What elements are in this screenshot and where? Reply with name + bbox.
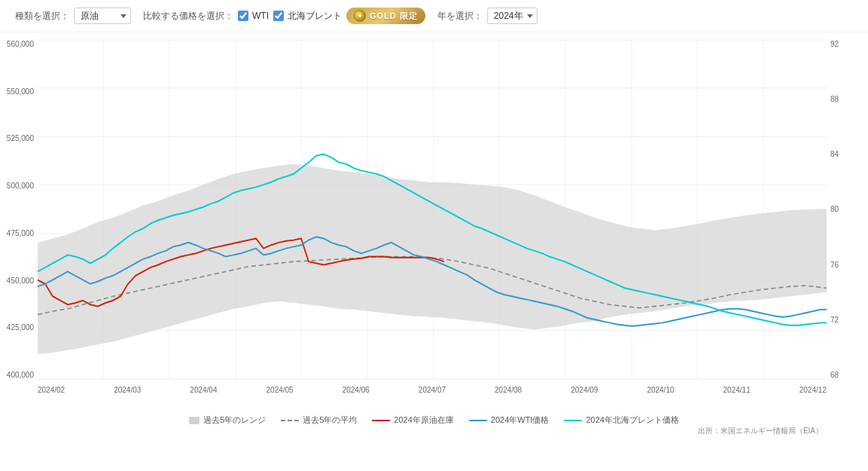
x-label-7: 2024/09 (571, 386, 598, 394)
y-axis-left: 560,000 550,000 525,000 500,000 475,000 … (0, 40, 38, 379)
legend-wti: 2024年WTI価格 (469, 414, 550, 426)
y-right-label-6: 68 (830, 371, 839, 379)
legend-inventory-line (372, 420, 390, 421)
x-axis: 2024/02 2024/03 2024/04 2024/05 2024/06 … (38, 386, 827, 394)
top-controls: 種類を選択： 原油 天然ガス ガソリン 比較する価格を選択： WTI 北海ブレン… (0, 0, 868, 32)
x-label-4: 2024/06 (343, 386, 370, 394)
wti-checkbox-group: WTI (238, 11, 269, 21)
gold-coin-icon: ✦ (354, 10, 366, 22)
x-label-5: 2024/07 (419, 386, 446, 394)
x-label-2: 2024/04 (190, 386, 217, 394)
type-selector-group: 種類を選択： 原油 天然ガス ガソリン (15, 8, 131, 24)
y-axis-right: 92 88 84 80 76 72 68 (827, 40, 868, 379)
svg-marker-19 (38, 164, 827, 354)
x-label-3: 2024/05 (266, 386, 294, 394)
legend-range-label: 過去5年のレンジ (203, 414, 266, 426)
legend-avg-label: 過去5年の平均 (303, 414, 357, 426)
compare-label: 比較する価格を選択： (143, 10, 233, 23)
y-left-label-2: 525,000 (7, 134, 34, 142)
wti-label: WTI (252, 11, 269, 21)
y-left-label-7: 400,000 (7, 371, 34, 379)
y-left-label-3: 500,000 (7, 182, 34, 190)
y-left-label-6: 425,000 (7, 323, 34, 332)
wti-checkbox[interactable] (238, 11, 248, 21)
y-right-label-0: 92 (830, 40, 839, 48)
x-label-8: 2024/10 (647, 386, 674, 394)
y-right-label-5: 72 (830, 316, 839, 324)
brent-checkbox-group: 北海ブレント (273, 10, 342, 23)
y-right-label-1: 88 (830, 95, 839, 103)
legend-inventory-label: 2024年原油在庫 (394, 414, 453, 426)
x-label-1: 2024/03 (114, 386, 141, 394)
legend-wti-line (469, 420, 487, 421)
chart-svg (38, 40, 827, 379)
year-select[interactable]: 2024年 2023年 2022年 (487, 8, 538, 24)
y-left-label-5: 450,000 (7, 277, 34, 285)
x-label-10: 2024/12 (799, 386, 827, 394)
gold-badge[interactable]: ✦ GOLD 限定 (346, 8, 425, 24)
y-left-label-4: 475,000 (7, 229, 34, 237)
year-selector-group: 年を選択： 2024年 2023年 2022年 (437, 8, 538, 24)
compare-selector-group: 比較する価格を選択： WTI 北海ブレント ✦ GOLD 限定 (143, 8, 425, 24)
y-left-label-0: 560,000 (7, 40, 34, 48)
type-label: 種類を選択： (15, 10, 69, 23)
x-label-6: 2024/08 (495, 386, 522, 394)
year-label: 年を選択： (437, 10, 483, 23)
y-right-label-2: 84 (830, 150, 839, 158)
legend-avg-line (281, 420, 299, 421)
type-select[interactable]: 原油 天然ガス ガソリン (74, 8, 131, 24)
brent-checkbox[interactable] (273, 11, 284, 21)
legend-inventory: 2024年原油在庫 (372, 414, 453, 426)
y-left-label-1: 550,000 (7, 87, 34, 96)
x-label-9: 2024/11 (723, 386, 751, 394)
gold-badge-text: GOLD 限定 (370, 11, 418, 22)
chart-area (38, 40, 827, 379)
legend-range-box (189, 417, 199, 424)
source-text: 出所：米国エネルギー情報局（EIA） (698, 426, 823, 436)
legend-brent-label: 2024年北海ブレント価格 (586, 414, 678, 426)
y-right-label-3: 80 (830, 205, 839, 213)
legend-brent-line (564, 420, 582, 421)
y-right-label-4: 76 (830, 261, 839, 269)
legend: 過去5年のレンジ 過去5年の平均 2024年原油在庫 2024年WTI価格 20… (0, 414, 868, 426)
legend-wti-label: 2024年WTI価格 (491, 414, 550, 426)
legend-avg: 過去5年の平均 (281, 414, 357, 426)
chart-container: 560,000 550,000 525,000 500,000 475,000 … (0, 32, 868, 439)
x-label-0: 2024/02 (38, 386, 65, 394)
brent-label: 北海ブレント (288, 10, 342, 23)
legend-brent: 2024年北海ブレント価格 (564, 414, 678, 426)
legend-range: 過去5年のレンジ (189, 414, 266, 426)
